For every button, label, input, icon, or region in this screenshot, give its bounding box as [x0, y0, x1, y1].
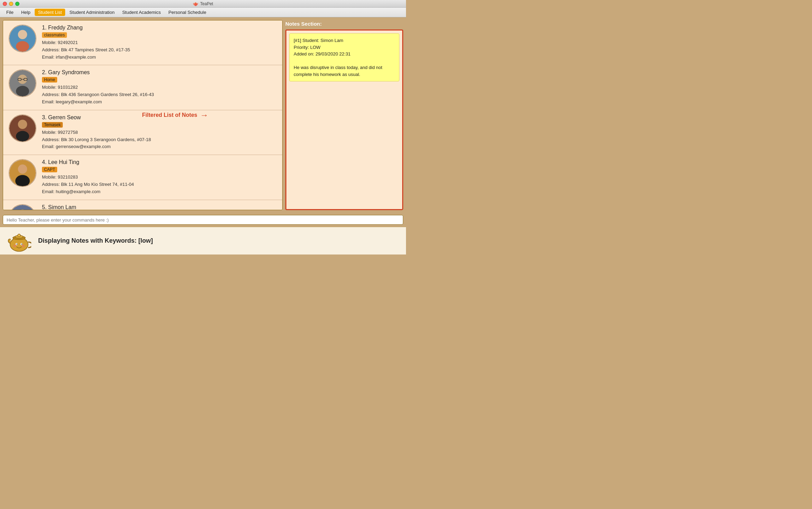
window-controls[interactable]	[3, 2, 19, 6]
student-mobile: Mobile: 93210283	[42, 174, 277, 181]
student-address: Address: Blk 47 Tampines Street 20, #17-…	[42, 46, 277, 54]
student-item[interactable]: 1. Freddy Zhang classmates Mobile: 92492…	[3, 20, 282, 65]
student-name: 1. Freddy Zhang	[42, 25, 277, 31]
main-content: 1. Freddy Zhang classmates Mobile: 92492…	[0, 17, 406, 213]
svg-point-10	[18, 120, 27, 129]
note-line2: Priority: LOW	[294, 44, 395, 51]
svg-point-1	[18, 30, 27, 39]
student-avatar	[9, 69, 36, 97]
menu-student-list[interactable]: Student List	[35, 9, 66, 16]
student-mobile: Mobile: 91031282	[42, 84, 277, 91]
command-section	[0, 213, 406, 227]
svg-point-11	[16, 131, 29, 141]
student-info: 4. Lee Hui Ting CAPT Mobile: 93210283 Ad…	[42, 159, 277, 195]
note-card: [#1] Student: Simon Lam Priority: LOW Ad…	[289, 33, 399, 81]
title-bar: 🫖 TeaPet	[0, 0, 406, 8]
status-message: Displaying Notes with Keywords: [low]	[38, 237, 153, 244]
student-list-panel[interactable]: 1. Freddy Zhang classmates Mobile: 92492…	[3, 20, 283, 210]
student-name: 2. Gary Syndromes	[42, 69, 277, 76]
svg-point-27	[22, 244, 25, 247]
menu-help[interactable]: Help	[18, 9, 34, 16]
student-avatar	[9, 159, 36, 187]
student-item[interactable]: 4. Lee Hui Ting CAPT Mobile: 93210283 Ad…	[3, 155, 282, 200]
notes-panel: Notes Section: [#1] Student: Simon Lam P…	[285, 20, 403, 210]
student-address: Address: Blk 436 Serangoon Gardens Stree…	[42, 91, 277, 98]
student-avatar	[9, 204, 36, 210]
student-name: 4. Lee Hui Ting	[42, 159, 277, 165]
note-line3: Added on: 29/03/2020 22:31	[294, 51, 395, 58]
close-button[interactable]	[3, 2, 7, 6]
svg-point-15	[9, 205, 36, 210]
student-name: 5. Simon Lam	[42, 204, 277, 210]
student-item[interactable]: 5. Simon Lam Sheares Mobile: 87438807 Ad…	[3, 200, 282, 210]
svg-point-25	[21, 243, 23, 244]
minimize-button[interactable]	[9, 2, 13, 6]
student-email: Email: huiting@example.com	[42, 188, 277, 196]
student-email: Email: leegary@example.com	[42, 98, 277, 106]
student-email: Email: gerrenseow@example.com	[42, 143, 277, 150]
note-line1: [#1] Student: Simon Lam	[294, 37, 395, 44]
student-item[interactable]: 3. Gerren Seow Temasek Mobile: 99272758 …	[3, 110, 282, 155]
student-email: Email: irfan@example.com	[42, 54, 277, 61]
student-tag: CAPT	[42, 167, 57, 172]
student-mobile: Mobile: 92492021	[42, 39, 277, 46]
note-line5: He was disruptive in class today, and di…	[294, 64, 395, 78]
svg-point-21	[18, 234, 20, 237]
svg-point-5	[16, 86, 29, 96]
notes-container[interactable]: [#1] Student: Simon Lam Priority: LOW Ad…	[285, 29, 403, 210]
student-avatar	[9, 114, 36, 142]
status-bar: Displaying Notes with Keywords: [low]	[0, 227, 406, 254]
student-name: 3. Gerren Seow	[42, 114, 277, 121]
app-icon: 🫖	[193, 1, 198, 6]
menu-file[interactable]: File	[3, 9, 17, 16]
svg-point-13	[18, 164, 27, 174]
student-mobile: Mobile: 99272758	[42, 129, 277, 136]
student-avatar	[9, 25, 36, 52]
command-input[interactable]	[3, 215, 403, 225]
svg-point-2	[16, 41, 29, 52]
student-info: 5. Simon Lam Sheares Mobile: 87438807 Ad…	[42, 204, 277, 210]
app-title: 🫖 TeaPet	[193, 1, 213, 6]
student-info: 3. Gerren Seow Temasek Mobile: 99272758 …	[42, 114, 277, 150]
menu-personal-schedule[interactable]: Personal Schedule	[165, 9, 210, 16]
teapot-mascot	[7, 229, 31, 253]
student-tag: Home	[42, 77, 57, 83]
maximize-button[interactable]	[15, 2, 19, 6]
student-info: 1. Freddy Zhang classmates Mobile: 92492…	[42, 25, 277, 61]
note-spacer	[294, 58, 395, 64]
student-tag: Temasek	[42, 122, 63, 128]
menu-bar: File Help Student List Student Administr…	[0, 8, 406, 17]
student-info: 2. Gary Syndromes Home Mobile: 91031282 …	[42, 69, 277, 105]
menu-student-academics[interactable]: Student Academics	[119, 9, 164, 16]
student-item[interactable]: 2. Gary Syndromes Home Mobile: 91031282 …	[3, 65, 282, 110]
student-tag: classmates	[42, 32, 67, 38]
student-address: Address: Blk 11 Ang Mo Kio Street 74, #1…	[42, 181, 277, 188]
svg-point-24	[17, 243, 18, 244]
student-address: Address: Blk 30 Lorong 3 Serangoon Garde…	[42, 136, 277, 144]
menu-student-administration[interactable]: Student Administration	[66, 9, 118, 16]
svg-point-26	[14, 244, 16, 247]
notes-section-title: Notes Section:	[285, 20, 403, 27]
